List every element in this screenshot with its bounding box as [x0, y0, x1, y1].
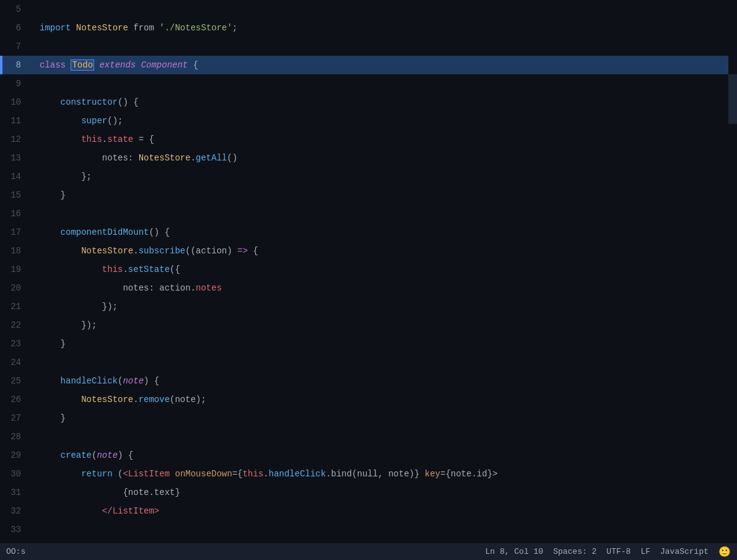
code-token: setState	[128, 265, 170, 274]
line-content: }	[33, 409, 728, 427]
code-token: getAll	[196, 153, 227, 163]
line-content: handleClick(note) {	[33, 372, 728, 390]
code-token: .	[191, 283, 196, 293]
code-token	[71, 23, 76, 33]
code-token: remove	[139, 395, 170, 405]
code-token: }	[40, 413, 66, 423]
code-token: key	[425, 469, 440, 479]
table-row: 10 constructor() {	[0, 93, 728, 112]
code-token: NotesStore	[139, 153, 191, 163]
line-number: 8	[2, 56, 33, 74]
code-token: () {	[118, 97, 139, 107]
line-number: 23	[2, 335, 33, 353]
line-content: </ListItem>	[33, 502, 728, 520]
code-token: {	[188, 60, 198, 70]
table-row: 33	[0, 520, 728, 539]
line-number: 19	[2, 260, 33, 279]
spaces-indicator: Spaces: 2	[553, 547, 596, 556]
line-number: 30	[2, 465, 33, 483]
code-token	[40, 395, 81, 405]
line-number: 33	[2, 520, 33, 539]
code-token: return	[81, 469, 112, 479]
code-token: .	[102, 134, 107, 144]
line-number: 12	[2, 130, 33, 149]
code-token: .	[133, 395, 138, 405]
editor-container: 5 6import NotesStore from './NotesStore'…	[0, 0, 737, 543]
code-token: .	[123, 265, 128, 274]
table-row: 23 }	[0, 335, 728, 353]
code-token: }	[40, 190, 66, 200]
line-ending-indicator: LF	[640, 547, 650, 556]
table-row: 29 create(note) {	[0, 446, 728, 465]
line-content: }	[33, 186, 728, 204]
table-row: 17 componentDidMount() {	[0, 223, 728, 242]
code-token: Component	[141, 60, 188, 70]
status-right: Ln 8, Col 10 Spaces: 2 UTF-8 LF JavaScri…	[486, 546, 731, 558]
code-token: class	[40, 60, 66, 70]
code-token: notes:	[102, 153, 139, 163]
line-number: 11	[2, 112, 33, 130]
line-content: this.setState({	[33, 260, 728, 279]
line-content: });	[33, 297, 728, 316]
minimap[interactable]	[728, 0, 737, 543]
code-token: </ListItem>	[102, 506, 159, 516]
cursor-position: Ln 8, Col 10	[486, 547, 544, 556]
line-content: }	[33, 335, 728, 353]
code-token: componentDidMount	[61, 227, 149, 237]
minimap-thumb[interactable]	[728, 74, 737, 124]
code-token	[40, 246, 81, 256]
source-control-label: OO:s	[6, 547, 25, 556]
code-token: subscribe	[139, 246, 186, 256]
line-number: 25	[2, 372, 33, 390]
code-token: note	[123, 376, 144, 386]
encoding-indicator: UTF-8	[606, 547, 630, 556]
table-row: 5	[0, 0, 728, 19]
code-token: .bind(null, note)}	[326, 469, 425, 479]
code-token: });	[40, 320, 97, 330]
table-row: 15 }	[0, 186, 728, 204]
line-content: return (<ListItem onMouseDown={this.hand…	[33, 465, 728, 483]
smiley-icon[interactable]: 🙂	[718, 546, 731, 558]
table-row: 22 });	[0, 316, 728, 335]
line-content: super();	[33, 112, 728, 130]
table-row: 8class Todo extends Component {	[0, 56, 728, 74]
code-token: )	[227, 246, 238, 256]
table-row: 20 notes: action.notes	[0, 279, 728, 297]
table-row: 32 </ListItem>	[0, 502, 728, 520]
line-number: 17	[2, 223, 33, 242]
code-token: {	[248, 246, 258, 256]
code-token: ) {	[118, 450, 133, 460]
line-content: this.state = {	[33, 130, 728, 149]
code-token	[40, 283, 123, 293]
code-token	[40, 506, 102, 516]
code-token: }	[40, 339, 66, 349]
table-row: 27 }	[0, 409, 728, 427]
code-token	[40, 134, 81, 144]
code-token	[40, 450, 61, 460]
line-number: 15	[2, 186, 33, 204]
code-token: ={	[232, 469, 243, 479]
table-row: 11 super();	[0, 112, 728, 130]
line-number: 18	[2, 242, 33, 260]
code-lines[interactable]: 5 6import NotesStore from './NotesStore'…	[0, 0, 728, 543]
code-token: from	[133, 23, 154, 33]
line-number: 13	[2, 149, 33, 167]
code-area[interactable]: 5 6import NotesStore from './NotesStore'…	[0, 0, 728, 543]
table-row: 19 this.setState({	[0, 260, 728, 279]
code-token: .	[133, 246, 138, 256]
code-token: ={note.id}>	[440, 469, 497, 479]
code-token: this	[102, 265, 123, 274]
line-content: NotesStore.remove(note);	[33, 390, 728, 409]
code-token	[40, 488, 123, 497]
code-token: state	[107, 134, 133, 144]
code-token: .	[191, 153, 196, 163]
line-number: 26	[2, 390, 33, 409]
code-token: Todo	[71, 59, 94, 71]
code-token: NotesStore	[81, 395, 133, 405]
language-indicator: JavaScript	[660, 547, 709, 556]
code-token: (	[113, 469, 123, 479]
line-content	[33, 37, 728, 56]
code-token: (note);	[170, 395, 206, 405]
table-row: 13 notes: NotesStore.getAll()	[0, 149, 728, 167]
line-content	[33, 204, 728, 223]
